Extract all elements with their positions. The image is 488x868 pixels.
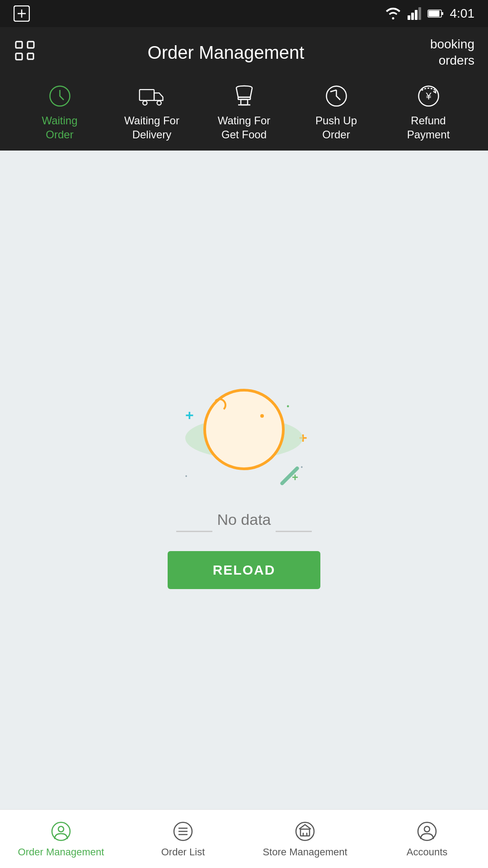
deco-plus-teal-1: +: [185, 407, 194, 424]
main-content: + + + • • • • No data RELOAD: [0, 151, 488, 809]
bottom-nav-order-management[interactable]: Order Management: [0, 810, 122, 868]
header: Order Management booking orders Waiting …: [0, 27, 488, 151]
svg-point-29: [58, 826, 64, 832]
bottom-nav-order-list[interactable]: Order List: [122, 810, 244, 868]
svg-point-39: [424, 826, 430, 832]
tab-get-food[interactable]: Wating For Get Food: [198, 78, 290, 146]
svg-rect-11: [28, 42, 34, 48]
bottom-nav-order-management-label: Order Management: [18, 846, 104, 858]
bottom-nav-accounts-label: Accounts: [407, 846, 448, 858]
svg-rect-5: [415, 10, 418, 20]
svg-point-19: [143, 101, 147, 105]
tab-waiting-order[interactable]: Waiting Order: [14, 78, 106, 146]
deco-dot-4: •: [301, 464, 303, 470]
svg-rect-8: [428, 11, 439, 17]
tab-waiting-order-label2: Order: [46, 127, 73, 142]
bottom-nav-order-list-label: Order List: [161, 846, 205, 858]
add-icon: [14, 5, 30, 22]
scan-icon[interactable]: [14, 39, 36, 66]
svg-rect-22: [241, 99, 248, 105]
no-data-text: No data: [217, 511, 271, 528]
order-list-nav-icon: [172, 820, 194, 843]
svg-rect-35: [300, 829, 310, 836]
order-management-nav-icon: [50, 820, 72, 843]
page-title: Order Management: [36, 42, 416, 63]
tab-bar: Waiting Order Waiting For Delivery: [14, 78, 474, 151]
refund-payment-icon: ¥: [415, 83, 442, 110]
tab-refund-payment[interactable]: ¥ Refund Payment: [382, 78, 474, 146]
waiting-delivery-icon: [138, 83, 165, 110]
status-bar-right: 4:01: [385, 6, 475, 21]
store-management-nav-icon: [294, 820, 316, 843]
svg-rect-18: [140, 90, 154, 100]
header-top: Order Management booking orders: [14, 36, 474, 69]
bottom-nav-store-management[interactable]: Store Management: [244, 810, 366, 868]
push-up-order-icon: [323, 83, 350, 110]
tab-pushup-label1: Push Up: [315, 113, 357, 127]
svg-line-25: [330, 90, 337, 92]
svg-rect-4: [411, 13, 414, 20]
tab-delivery-label2: Delivery: [132, 127, 172, 142]
bottom-nav: Order Management Order List Store Manage…: [0, 809, 488, 868]
tab-waiting-delivery[interactable]: Waiting For Delivery: [106, 78, 198, 146]
magnifier: [203, 389, 285, 470]
bottom-nav-store-management-label: Store Management: [263, 846, 347, 858]
tab-push-up-order[interactable]: Push Up Order: [290, 78, 382, 146]
booking-orders-link[interactable]: booking orders: [416, 36, 474, 69]
tab-delivery-label1: Waiting For: [124, 113, 179, 127]
tab-getfood-label2: Get Food: [221, 127, 267, 142]
no-data-illustration: + + + • • • •: [176, 371, 312, 497]
svg-rect-6: [418, 7, 421, 20]
bottom-nav-accounts[interactable]: Accounts: [366, 810, 488, 868]
deco-dot-3: •: [185, 473, 187, 479]
svg-rect-3: [408, 15, 410, 20]
tab-pushup-label2: Order: [322, 127, 350, 142]
waiting-order-icon: [46, 83, 73, 110]
tab-refund-label1: Refund: [411, 113, 446, 127]
accounts-nav-icon: [416, 820, 438, 843]
deco-dot-1: •: [286, 402, 289, 410]
tab-waiting-order-label1: Waiting: [42, 113, 77, 127]
svg-text:¥: ¥: [425, 90, 432, 102]
wifi-icon: [385, 7, 401, 20]
time-display: 4:01: [450, 6, 475, 21]
get-food-icon: [230, 83, 258, 110]
status-bar: 4:01: [0, 0, 488, 27]
reload-button[interactable]: RELOAD: [168, 551, 321, 589]
tab-refund-label2: Payment: [407, 127, 450, 142]
no-data-container: + + + • • • • No data RELOAD: [168, 371, 321, 589]
signal-icon: [408, 7, 421, 20]
tab-getfood-label1: Wating For: [218, 113, 270, 127]
svg-point-20: [157, 101, 161, 105]
svg-rect-9: [441, 12, 443, 15]
svg-rect-12: [16, 53, 22, 60]
battery-icon: [427, 9, 444, 18]
status-bar-left: [14, 5, 30, 22]
svg-rect-10: [16, 42, 22, 48]
